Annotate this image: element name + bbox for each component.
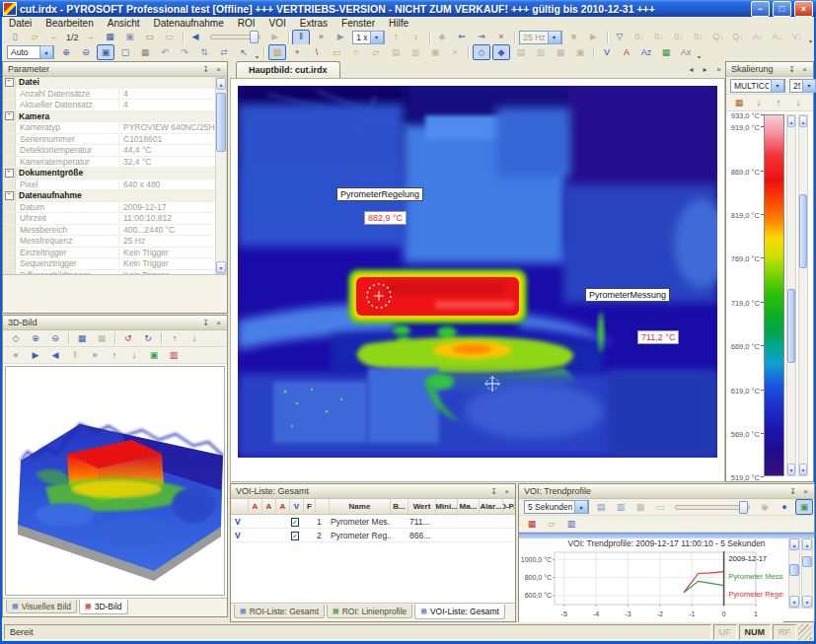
scroll-down-button[interactable]: ▾ — [787, 464, 795, 475]
flip-vertical-button[interactable]: ⇅ — [195, 44, 213, 60]
slider-thumb[interactable] — [739, 501, 748, 514]
scale-lower-limit-scrollbar[interactable]: ▴▾ — [798, 114, 808, 476]
param-row[interactable]: Pixel640 x 480 — [3, 179, 215, 191]
voi-row[interactable]: V✓2Pyrometer Reg...866... — [231, 529, 515, 542]
voi-checkbox[interactable]: ✓ — [291, 532, 299, 540]
scale-max-down-button[interactable]: ↓ — [789, 95, 807, 110]
voi-filter-button[interactable]: ▽ — [611, 30, 629, 45]
zoom-out-button[interactable]: ⊖ — [77, 44, 95, 60]
voi-close-button[interactable]: × — [500, 486, 513, 497]
slider-thumb[interactable] — [250, 31, 259, 43]
value-pyrometer-regelung[interactable]: 882,9 °C — [364, 211, 407, 225]
menu-ansicht[interactable]: Ansicht — [101, 18, 147, 29]
dropdown-arrow-icon[interactable]: ▾ — [574, 500, 588, 514]
scroll-down-button[interactable]: ▾ — [789, 596, 799, 608]
param-row[interactable]: SequenztriggerKein Trigger — [3, 258, 215, 270]
menu-bearbeiten[interactable]: Bearbeiten — [38, 18, 100, 29]
play-3d-button[interactable]: ▶ — [27, 347, 44, 363]
roi-line-button[interactable]: \ — [308, 44, 326, 60]
tab-close-button[interactable]: × — [712, 63, 725, 76]
ack-alarm-avg-icon[interactable]: A — [276, 499, 290, 514]
position-slider[interactable] — [210, 35, 260, 39]
param-row[interactable]: Uhrzeit11:00:10,812 — [3, 213, 215, 225]
scroll-track[interactable] — [802, 550, 812, 596]
param-row[interactable]: Aktueller Datensatz4 — [3, 100, 215, 111]
levels-combo[interactable]: 256 ▾ — [789, 79, 816, 93]
collapse-icon[interactable]: − — [5, 78, 14, 87]
zoom-mode-combo[interactable]: Auto▾ — [7, 45, 54, 59]
maximize-button[interactable]: □ — [773, 1, 791, 17]
color-scale[interactable] — [764, 114, 784, 476]
print-button[interactable]: ▭ — [141, 30, 159, 45]
step-up-3d-button[interactable]: ↑ — [106, 347, 123, 363]
parameter-panel-titlebar[interactable]: Parameter ↧ × — [3, 62, 227, 77]
trend-pin-button[interactable]: ↧ — [786, 486, 799, 497]
ack-alarm-max-icon[interactable]: A — [262, 499, 276, 514]
tab-scroll-next-button[interactable]: ▸ — [699, 63, 711, 76]
scroll-track[interactable] — [787, 127, 795, 464]
palette-button[interactable]: ▦ — [730, 95, 748, 110]
trend-scrollbar-left[interactable]: ▴▾ — [788, 537, 800, 608]
snapshot-3d-button[interactable]: ▣ — [145, 347, 163, 363]
rewind-3d-button[interactable]: ◀ — [46, 347, 64, 363]
grid-fine-button[interactable]: ▦ — [73, 330, 91, 346]
scale-min-up-button[interactable]: ↑ — [770, 95, 787, 110]
param-row[interactable]: Detektortemperatur44,4 °C — [3, 145, 215, 157]
transform-scale-button[interactable]: ◇ — [473, 44, 490, 60]
tab-3d-bild[interactable]: ▦3D-Bild — [79, 600, 128, 614]
roi-toolbar-overflow-button[interactable]: ▾ — [698, 53, 701, 60]
scroll-thumb[interactable] — [789, 564, 799, 576]
scaling-close-button[interactable]: × — [798, 64, 811, 75]
voi-row[interactable]: V✓1Pyrometer Mes...711... — [231, 515, 515, 529]
save-button[interactable]: ▦ — [102, 30, 119, 45]
trend-close-button[interactable]: × — [799, 486, 812, 497]
roi-rectangle-button[interactable]: ▭ — [328, 44, 345, 60]
refresh-trend-button[interactable]: ▣ — [795, 499, 813, 515]
voi-pin-button[interactable]: ↧ — [487, 486, 500, 497]
param-section-1[interactable]: −Kamera — [3, 111, 215, 123]
jump-back-button[interactable]: ⇐ — [453, 30, 471, 45]
menu-extras[interactable]: Extras — [293, 18, 334, 29]
tab-voi-liste-gesamt[interactable]: ▦VOI-Liste: Gesamt — [414, 605, 505, 619]
scroll-thumb[interactable] — [799, 194, 807, 268]
dropdown-arrow-icon[interactable]: ▾ — [39, 45, 53, 59]
trend-export-button[interactable]: ▱ — [543, 516, 560, 532]
roi-select-button[interactable]: ▨ — [268, 44, 286, 60]
jump-forward-button[interactable]: ⇒ — [473, 30, 490, 45]
trend-copy-button[interactable]: ▥ — [562, 516, 580, 532]
transform-move-button[interactable]: ◆ — [492, 44, 510, 60]
param-row[interactable]: KameratypPYROVIEW 640NC/25HZ/17 X13 — [3, 122, 215, 134]
menu-hilfe[interactable]: Hilfe — [382, 18, 415, 29]
3d-close-button[interactable]: × — [212, 318, 225, 328]
dropdown-arrow-icon[interactable]: ▾ — [370, 31, 384, 44]
step-down-3d-button[interactable]: ↓ — [125, 347, 143, 363]
zoom-in-button[interactable]: ⊕ — [57, 44, 75, 60]
roi-polygon-button[interactable]: ▱ — [367, 44, 385, 60]
trend-chart[interactable]: -5-4-3-2-1011000,0 °C800,0 °C600,0 °C200… — [519, 549, 783, 626]
param-row[interactable]: EinzeltriggerKein Trigger — [3, 248, 215, 259]
param-row[interactable]: Datum2009-12-17 — [3, 202, 215, 214]
label-pyrometer-messung[interactable]: PyrometerMessung — [585, 288, 670, 302]
collapse-icon[interactable]: − — [5, 191, 14, 200]
param-row[interactable]: Kameratemperatur32,4 °C — [3, 157, 215, 169]
trend-position-slider[interactable] — [675, 505, 750, 510]
scroll-up-button[interactable]: ▴ — [787, 115, 795, 127]
scale-upper-limit-scrollbar[interactable]: ▴▾ — [786, 114, 796, 476]
parameter-close-button[interactable]: × — [212, 64, 225, 75]
pause-button[interactable]: ‖ — [292, 30, 310, 45]
palette-combo[interactable]: MULTICOLOR ▾ — [730, 79, 785, 93]
close-button[interactable]: × — [794, 1, 813, 17]
value-pyrometer-messung[interactable]: 711,2 °C — [637, 330, 679, 344]
param-row[interactable]: Messbereich400...2440 °C — [3, 225, 215, 237]
online-view-button[interactable]: ● — [776, 499, 793, 515]
scroll-up-button[interactable]: ▴ — [799, 115, 807, 127]
scale-max-up-button[interactable]: ↑ — [809, 95, 816, 110]
dropdown-arrow-icon[interactable]: ▾ — [802, 79, 816, 93]
rotate-left-button[interactable]: ↶ — [156, 44, 174, 60]
scale-min-down-button[interactable]: ↓ — [750, 95, 768, 110]
range-down-button[interactable]: ↓ — [408, 30, 425, 45]
next-record-button[interactable]: → — [82, 30, 100, 45]
voi-checkbox[interactable]: ✓ — [291, 518, 299, 527]
dropdown-arrow-icon[interactable]: ▾ — [548, 31, 561, 44]
label-pyrometer-regelung[interactable]: PyrometerRegelung — [336, 187, 423, 201]
